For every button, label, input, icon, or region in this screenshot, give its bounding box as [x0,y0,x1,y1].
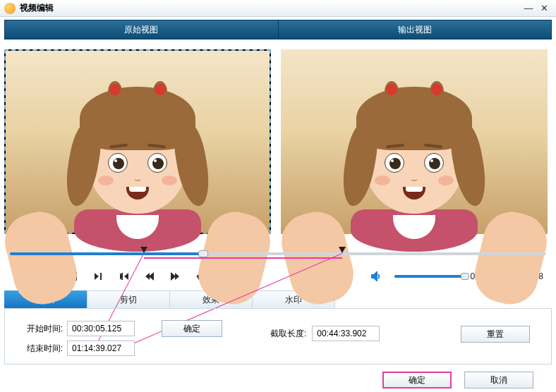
volume-slider[interactable] [394,275,465,278]
output-preview[interactable] [281,49,548,234]
jump-end-button[interactable] [162,269,188,283]
function-tabs: 截取 剪切 效果 水印 [4,290,552,309]
reset-button[interactable]: 重置 [461,326,530,343]
clip-range-line [144,257,342,259]
header-original: 原始视图 [4,20,279,39]
end-time-label: 结束时间: [16,343,63,355]
jump-start-button[interactable] [137,269,162,283]
next-frame-button[interactable] [86,269,111,283]
titlebar: 视频编辑 — ✕ [0,0,556,17]
window-title: 视频编辑 [20,2,54,14]
close-button[interactable]: ✕ [536,3,552,14]
minimize-button[interactable]: — [521,3,536,14]
start-time-input[interactable]: 00:30:05.125 [67,321,135,336]
end-time-input[interactable]: 01:14:39.027 [67,341,135,356]
clip-length-value: 00:44:33.902 [312,326,380,341]
start-time-label: 开始时间: [16,323,63,335]
volume-icon[interactable] [363,269,389,283]
preview-header: 原始视图 输出视图 [4,20,552,39]
header-output: 输出视图 [279,20,552,39]
clip-length-label: 截取长度: [270,328,306,340]
apply-time-button[interactable]: 确定 [162,320,222,337]
playhead-thumb[interactable] [198,250,208,257]
timeline[interactable] [10,247,546,261]
original-preview[interactable] [4,49,271,234]
app-icon [4,3,16,14]
tab-crop[interactable]: 剪切 [87,290,170,309]
clip-panel: 开始时间: 00:30:05.125 确定 结束时间: 01:14:39.027… [4,308,552,365]
ok-button[interactable]: 确定 [382,372,452,388]
volume-thumb[interactable] [461,273,469,280]
cancel-button[interactable]: 取消 [464,372,533,388]
